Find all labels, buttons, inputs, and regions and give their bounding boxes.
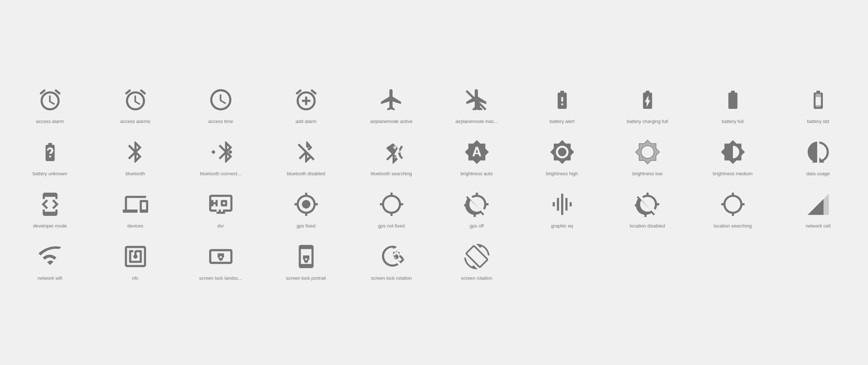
icon-cell-screen-lock-landscape: screen lock landsc... (178, 235, 263, 287)
network-wifi-icon (36, 242, 65, 271)
data-usage-icon (804, 138, 833, 167)
battery-unknown-label: battery unknown (33, 171, 67, 177)
access-alarm-icon (36, 85, 65, 114)
bluetooth-searching-label: bluetooth searching (371, 171, 412, 177)
graphic-eq-icon (548, 190, 577, 219)
bluetooth-disabled-icon (292, 138, 321, 167)
network-wifi-label: network wifi (38, 275, 62, 282)
icon-cell-access-alarms: access alarms (93, 78, 178, 130)
screen-rotation-label: screen rotation (461, 275, 492, 282)
icon-cell-battery-charging-full: battery charging full (605, 78, 690, 130)
screen-lock-portrait-label: screen lock portrait (286, 275, 326, 282)
icon-cell-screen-rotation: screen rotation (434, 235, 519, 287)
icon-cell-devices: devices (93, 182, 178, 235)
icon-cell-battery-std: battery std (775, 78, 861, 130)
icon-cell-screen-lock-portrait: screen lock portrait (263, 235, 349, 287)
battery-full-icon (718, 85, 747, 114)
battery-std-icon (804, 85, 833, 114)
access-time-icon (206, 85, 235, 114)
icon-cell-graphic-eq: graphic eq (519, 182, 605, 235)
access-alarms-icon (121, 85, 150, 114)
add-alarm-label: add alarm (296, 119, 317, 125)
battery-alert-icon (548, 85, 577, 114)
access-alarm-label: access alarm (36, 119, 64, 125)
brightness-low-icon (633, 138, 662, 167)
icon-cell-airplanemode-active: airplanemode active (349, 78, 434, 130)
brightness-high-label: brightness high (546, 171, 578, 177)
icon-cell-screen-lock-rotation: screen lock rotation (349, 235, 434, 287)
location-disabled-icon (633, 190, 662, 219)
screen-lock-portrait-icon (292, 242, 321, 271)
icon-cell-gps-off: gps off (434, 182, 519, 235)
screen-lock-rotation-label: screen lock rotation (371, 275, 412, 282)
icon-cell-network-cell: network cell (775, 182, 861, 235)
icon-cell-gps-not-fixed: gps not fixed (349, 182, 434, 235)
airplanemode-active-label: airplanemode active (370, 119, 412, 125)
bluetooth-searching-icon (377, 138, 406, 167)
gps-fixed-icon (292, 190, 321, 219)
icon-grid: access alarm access alarms access time a… (7, 78, 861, 287)
icon-cell-location-searching: location searching (690, 182, 775, 235)
bluetooth-icon (121, 138, 150, 167)
brightness-medium-label: brightness medium (713, 171, 753, 177)
icon-cell-dvr: dvr (178, 182, 263, 235)
battery-charging-full-icon (633, 85, 662, 114)
icon-cell-brightness-high: brightness high (519, 130, 605, 182)
airplanemode-active-icon (377, 85, 406, 114)
icon-cell-brightness-medium: brightness medium (690, 130, 775, 182)
battery-full-label: battery full (722, 119, 744, 125)
brightness-medium-icon (718, 138, 747, 167)
icon-cell-access-alarm: access alarm (7, 78, 93, 130)
icon-cell-data-usage: data usage (775, 130, 861, 182)
bluetooth-connected-label: bluetooth connect... (200, 171, 241, 177)
battery-charging-full-label: battery charging full (627, 119, 668, 125)
developer-mode-label: developer mode (33, 223, 67, 229)
airplanemode-inactive-label: airplanemode inac... (455, 119, 498, 125)
gps-off-label: gps off (470, 223, 484, 229)
icon-cell-gps-fixed: gps fixed (263, 182, 349, 235)
icon-cell-nfc: nfc (93, 235, 178, 287)
data-usage-label: data usage (806, 171, 830, 177)
icon-cell-brightness-auto: brightness auto (434, 130, 519, 182)
location-disabled-label: location disabled (630, 223, 665, 229)
devices-label: devices (127, 223, 143, 229)
gps-not-fixed-icon (377, 190, 406, 219)
icon-cell-bluetooth-connected: bluetooth connect... (178, 130, 263, 182)
bluetooth-connected-icon (206, 138, 235, 167)
network-cell-icon (804, 190, 833, 219)
icon-cell-network-wifi: network wifi (7, 235, 93, 287)
bluetooth-label: bluetooth (126, 171, 145, 177)
bluetooth-disabled-label: bluetooth disabled (287, 171, 325, 177)
gps-fixed-label: gps fixed (296, 223, 315, 229)
dvr-label: dvr (217, 223, 224, 229)
icon-cell-add-alarm: add alarm (263, 78, 349, 130)
devices-icon (121, 190, 150, 219)
icon-cell-brightness-low: brightness low (605, 130, 690, 182)
icon-cell-bluetooth-disabled: bluetooth disabled (263, 130, 349, 182)
add-alarm-icon (292, 85, 321, 114)
location-searching-label: location searching (714, 223, 752, 229)
gps-off-icon (462, 190, 491, 219)
network-cell-label: network cell (806, 223, 831, 229)
nfc-label: nfc (132, 275, 138, 282)
nfc-icon (121, 242, 150, 271)
brightness-auto-icon (462, 138, 491, 167)
access-time-label: access time (208, 119, 233, 125)
icon-cell-location-disabled: location disabled (605, 182, 690, 235)
icon-cell-developer-mode: developer mode (7, 182, 93, 235)
screen-lock-landscape-label: screen lock landsc... (199, 275, 242, 282)
icon-cell-bluetooth-searching: bluetooth searching (349, 130, 434, 182)
screen-rotation-icon (462, 242, 491, 271)
brightness-high-icon (548, 138, 577, 167)
battery-std-label: battery std (807, 119, 829, 125)
brightness-auto-label: brightness auto (461, 171, 493, 177)
brightness-low-label: brightness low (632, 171, 662, 177)
screen-lock-rotation-icon (377, 242, 406, 271)
graphic-eq-label: graphic eq (551, 223, 573, 229)
dvr-icon (206, 190, 235, 219)
icon-cell-bluetooth: bluetooth (93, 130, 178, 182)
airplanemode-inactive-icon (462, 85, 491, 114)
icon-cell-battery-full: battery full (690, 78, 775, 130)
battery-unknown-icon (36, 138, 65, 167)
developer-mode-icon (36, 190, 65, 219)
